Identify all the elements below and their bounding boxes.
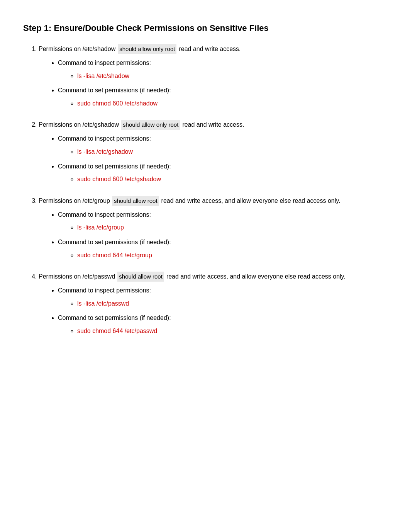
item-4-prefix: Permissions on /etc/passwd: [39, 272, 115, 282]
item-1-sub-1-label: Command to inspect permissions:: [58, 59, 151, 66]
item-3-sub-sub-list-2: sudo chmod 644 /etc/group: [58, 250, 387, 260]
item-2-sub-1-label: Command to inspect permissions:: [58, 135, 151, 142]
list-item-2-code-2: sudo chmod 600 /etc/gshadow: [77, 174, 387, 184]
item-4-sub-1-label: Command to inspect permissions:: [58, 287, 151, 294]
item-4-sublist: Command to inspect permissions: ls -lisa…: [39, 286, 387, 336]
item-2-highlight: should allow only root: [121, 120, 180, 130]
item-3-prefix: Permissions on /etc/group: [39, 196, 110, 206]
list-item-2-sub-2: Command to set permissions (if needed): …: [58, 161, 387, 184]
item-2-suffix: read and write access.: [182, 120, 244, 130]
item-3-highlight: should allow root: [112, 196, 159, 206]
item-1-sub-2-label: Command to set permissions (if needed):: [58, 87, 171, 93]
item-1-sub-sub-list-2: sudo chmod 600 /etc/shadow: [58, 99, 387, 109]
item-4-header: Permissions on /etc/passwd should allow …: [39, 272, 387, 282]
list-item-3-sub-1: Command to inspect permissions: ls -lisa…: [58, 210, 387, 233]
item-4-code-2: sudo chmod 644 /etc/passwd: [77, 328, 157, 334]
list-item-3-code-1: ls -lisa /etc/group: [77, 223, 387, 233]
item-4-sub-sub-list-2: sudo chmod 644 /etc/passwd: [58, 326, 387, 336]
list-item-3: Permissions on /etc/group should allow r…: [39, 196, 387, 260]
item-3-sub-sub-list-1: ls -lisa /etc/group: [58, 223, 387, 233]
item-2-sublist: Command to inspect permissions: ls -lisa…: [39, 134, 387, 184]
main-list: Permissions on /etc/shadow should allow …: [23, 44, 387, 336]
list-item-3-sub-2: Command to set permissions (if needed): …: [58, 237, 387, 260]
list-item-4-code-1: ls -lisa /etc/passwd: [77, 299, 387, 309]
item-1-header: Permissions on /etc/shadow should allow …: [39, 44, 387, 54]
list-item-4: Permissions on /etc/passwd should allow …: [39, 272, 387, 336]
item-1-highlight: should allow only root: [118, 44, 176, 54]
item-1-prefix: Permissions on /etc/shadow: [39, 44, 115, 54]
item-1-code-2: sudo chmod 600 /etc/shadow: [77, 100, 158, 107]
list-item-1-sub-1: Command to inspect permissions: ls -lisa…: [58, 58, 387, 81]
item-1-suffix: read and write access.: [179, 44, 241, 54]
item-4-suffix: read and write access, and allow everyon…: [166, 272, 346, 282]
item-3-code-1: ls -lisa /etc/group: [77, 224, 124, 231]
page-title: Step 1: Ensure/Double Check Permissions …: [23, 23, 387, 33]
list-item-4-code-2: sudo chmod 644 /etc/passwd: [77, 326, 387, 336]
list-item-2: Permissions on /etc/gshadow should allow…: [39, 120, 387, 184]
item-2-sub-sub-list-1: ls -lisa /etc/gshadow: [58, 147, 387, 157]
item-1-sub-sub-list-1: ls -lisa /etc/shadow: [58, 71, 387, 81]
item-3-header: Permissions on /etc/group should allow r…: [39, 196, 387, 206]
item-3-sublist: Command to inspect permissions: ls -lisa…: [39, 210, 387, 260]
item-4-code-1: ls -lisa /etc/passwd: [77, 300, 129, 307]
list-item-1-code-2: sudo chmod 600 /etc/shadow: [77, 99, 387, 109]
item-2-sub-2-label: Command to set permissions (if needed):: [58, 163, 171, 170]
item-4-highlight: should allow root: [117, 272, 164, 282]
list-item-1-sub-2: Command to set permissions (if needed): …: [58, 85, 387, 108]
list-item-3-code-2: sudo chmod 644 /etc/group: [77, 250, 387, 260]
item-2-code-2: sudo chmod 600 /etc/gshadow: [77, 176, 161, 182]
item-4-sub-2-label: Command to set permissions (if needed):: [58, 314, 171, 321]
list-item-2-sub-1: Command to inspect permissions: ls -lisa…: [58, 134, 387, 156]
item-1-sublist: Command to inspect permissions: ls -lisa…: [39, 58, 387, 108]
item-2-prefix: Permissions on /etc/gshadow: [39, 120, 119, 130]
item-3-code-2: sudo chmod 644 /etc/group: [77, 252, 152, 258]
list-item-4-sub-2: Command to set permissions (if needed): …: [58, 313, 387, 336]
item-3-sub-2-label: Command to set permissions (if needed):: [58, 239, 171, 245]
list-item-2-code-1: ls -lisa /etc/gshadow: [77, 147, 387, 157]
list-item-1: Permissions on /etc/shadow should allow …: [39, 44, 387, 108]
list-item-4-sub-1: Command to inspect permissions: ls -lisa…: [58, 286, 387, 308]
item-1-code-1: ls -lisa /etc/shadow: [77, 73, 129, 79]
item-4-sub-sub-list-1: ls -lisa /etc/passwd: [58, 299, 387, 309]
item-3-sub-1-label: Command to inspect permissions:: [58, 211, 151, 218]
item-2-header: Permissions on /etc/gshadow should allow…: [39, 120, 387, 130]
item-2-code-1: ls -lisa /etc/gshadow: [77, 148, 133, 155]
item-2-sub-sub-list-2: sudo chmod 600 /etc/gshadow: [58, 174, 387, 184]
item-3-suffix: read and write access, and allow everyon…: [161, 196, 341, 206]
list-item-1-code-1: ls -lisa /etc/shadow: [77, 71, 387, 81]
